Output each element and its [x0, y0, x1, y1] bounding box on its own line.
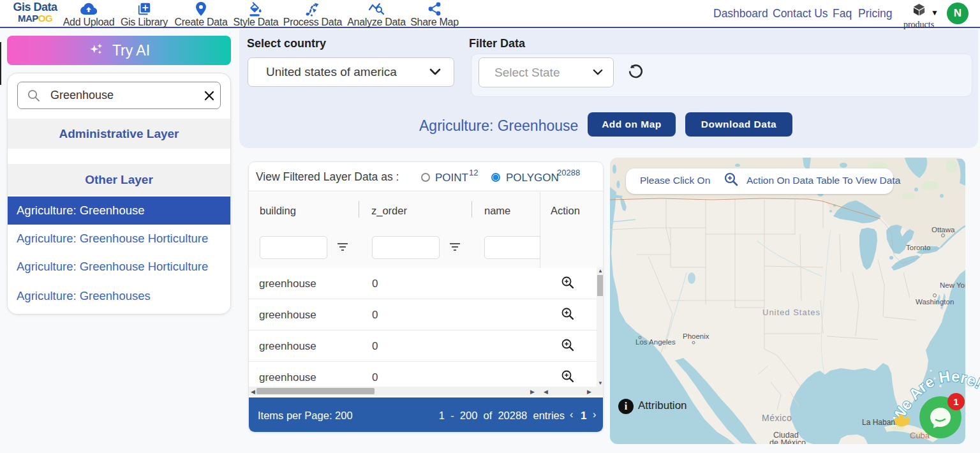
- svg-text:de México: de México: [769, 438, 806, 444]
- svg-text:New York: New York: [940, 281, 965, 289]
- svg-text:Ottawa: Ottawa: [932, 226, 955, 234]
- svg-text:Toronto: Toronto: [906, 244, 930, 251]
- svg-text:México: México: [762, 413, 792, 423]
- svg-text:Washington: Washington: [916, 298, 954, 306]
- svg-text:Los Angeles: Los Angeles: [635, 338, 676, 346]
- svg-text:United States: United States: [762, 308, 820, 317]
- svg-text:Phoenix: Phoenix: [683, 332, 709, 340]
